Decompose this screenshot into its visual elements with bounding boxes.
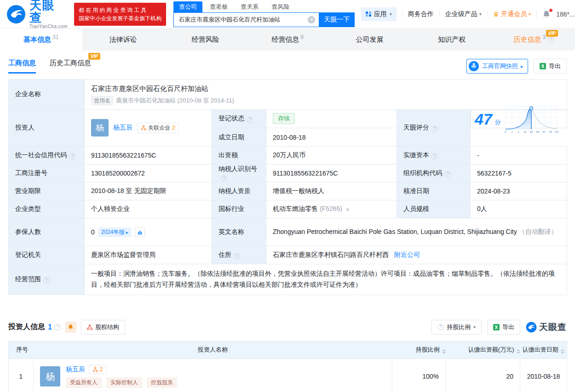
avatar[interactable]: 杨 xyxy=(40,366,60,386)
tab-basic-info[interactable]: 基本信息31 xyxy=(0,28,82,51)
tyc-score-cell[interactable]: 47 分 0131550859799100 xyxy=(471,110,567,128)
industry-cell[interactable]: 机动车燃油零售 (F5265) ∨ xyxy=(266,200,397,218)
excel-icon xyxy=(493,324,500,330)
tax-id: 91130185563221675C xyxy=(266,165,397,182)
help-icon[interactable]: ? xyxy=(221,175,227,182)
chevron-down-icon: ▾ xyxy=(390,11,392,17)
business-scope: 一般项目：润滑油销售；洗车服务。（除依法须经批准的项目外，凭营业执照依法自主开展… xyxy=(85,264,567,295)
trend-chart-button[interactable] xyxy=(135,227,145,237)
notification-bell-icon[interactable] xyxy=(542,10,551,18)
vip-badge: VIP xyxy=(546,30,558,37)
investors-table: 序号 投资人名称 持股比例 认缴出资额(万元) 认缴出资日期 1 杨 杨五辰 xyxy=(8,341,567,392)
tab-intellectual-property[interactable]: 知识产权 xyxy=(411,28,493,51)
tab-history-info[interactable]: VIP 历史信息3 ? xyxy=(493,28,575,51)
subscribed-date: 2010-08-18 xyxy=(520,358,567,392)
help-icon[interactable]: ? xyxy=(247,117,253,123)
investors-count: 1 xyxy=(48,323,52,331)
tag-actual-controller[interactable]: 实际控制人 xyxy=(106,377,142,388)
field-label-taxpayer: 纳税人资质 xyxy=(212,182,266,200)
arrow-right-icon: ▸ xyxy=(521,64,523,69)
help-icon[interactable]: ? xyxy=(431,153,438,159)
org-code: 56322167-5 xyxy=(471,165,567,182)
main-nav-tabs: 基本信息31 法律诉讼 经营风险 经营信息9 公司发展 知识产权 VIP 历史信… xyxy=(0,28,575,51)
reg-status-cell: 存续 xyxy=(266,109,397,128)
svg-text:97: 97 xyxy=(542,131,546,133)
slogan-line1: 都在用的商业查询工具 xyxy=(79,6,161,14)
col-header-no: 序号 xyxy=(9,341,34,358)
field-label-approve-date: 核准日期 xyxy=(397,182,471,200)
chevron-down-icon: ▾ xyxy=(473,324,476,330)
divider xyxy=(536,11,537,17)
tab-legal-litigation[interactable]: 法律诉讼 xyxy=(82,28,165,51)
investor-name-link[interactable]: 杨五辰 xyxy=(113,124,132,132)
monitor-bell-icon[interactable] xyxy=(65,322,76,333)
tab-company-development[interactable]: 公司发展 xyxy=(328,28,411,51)
related-companies-badge[interactable]: 关联企业2 xyxy=(137,123,179,133)
tab-history-business-info[interactable]: VIP 历史工商信息 xyxy=(50,59,91,74)
header-nav: 应用 ▾ 商务合作 企业级产品 ▾ ♛ 开通会员 ▾ 186*... ▾ xyxy=(361,7,575,21)
header-search: 查公司 查老板 查关系 查风险 ✕ 天眼一下 xyxy=(173,1,355,27)
tab-business-info[interactable]: 工商信息 xyxy=(8,59,36,74)
search-input[interactable] xyxy=(173,12,319,27)
former-name: 鹿泉市中园石化加油站 (2010-08 至 2014-11) xyxy=(116,96,234,105)
insured-cell: 0 2024年报 ▸ xyxy=(85,218,212,246)
shareholding-ratio-dropdown[interactable]: ? 持股比例 ▾ xyxy=(431,320,482,335)
help-icon[interactable]: ? xyxy=(234,253,240,259)
help-icon[interactable]: ? xyxy=(444,171,451,177)
tag-beneficial-owner[interactable]: 受益所有人 xyxy=(66,377,102,388)
apps-menu[interactable]: 应用 ▾ xyxy=(361,7,397,21)
avatar[interactable]: 杨 xyxy=(91,119,109,136)
investor-name-link[interactable]: 杨五辰 xyxy=(66,365,85,374)
chevron-down-icon: ▾ xyxy=(479,11,482,17)
help-icon[interactable]: ? xyxy=(69,153,75,159)
chevron-down-icon: ∨ xyxy=(346,206,350,212)
status-badge: 存续 xyxy=(273,113,295,124)
help-icon[interactable]: ? xyxy=(43,277,50,284)
nav-cooperation[interactable]: 商务合作 xyxy=(408,10,434,18)
clear-icon[interactable]: ✕ xyxy=(308,16,315,23)
score-value: 47 xyxy=(475,111,492,127)
nav-open-vip[interactable]: ♛ 开通会员 ▾ xyxy=(493,10,531,18)
search-tab-company[interactable]: 查公司 xyxy=(173,1,202,12)
en-name: Zhongyuan Petrochemical Baichi Pole Gas … xyxy=(273,228,517,235)
search-tab-risk[interactable]: 查风险 xyxy=(266,1,295,12)
help-icon[interactable]: ? xyxy=(548,36,554,43)
col-header-amount[interactable]: 认缴出资额(万元) xyxy=(446,341,520,358)
logo-title: 天眼查 xyxy=(29,0,68,24)
search-tab-boss[interactable]: 查老板 xyxy=(204,1,233,12)
nearby-companies-link[interactable]: 附近公司 xyxy=(394,251,420,258)
reg-no: 130185200002672 xyxy=(85,165,212,182)
related-companies-badge[interactable]: 2 xyxy=(89,365,107,374)
help-icon[interactable]: ? xyxy=(431,126,438,132)
export-button[interactable]: 导出 xyxy=(534,59,567,74)
col-header-date[interactable]: 认缴出资日期 xyxy=(520,341,567,358)
excel-icon xyxy=(540,63,546,69)
field-label-staff-size: 人员规模 xyxy=(397,200,471,218)
nav-enterprise-products[interactable]: 企业级产品 ▾ xyxy=(445,10,482,18)
search-button[interactable]: 天眼一下 xyxy=(319,12,355,27)
equity-chart-icon xyxy=(87,324,92,330)
ent-type: 个人独资企业 xyxy=(85,200,212,218)
arrow-right-icon: ▸ xyxy=(126,230,128,235)
business-term: 2010-08-18 至 无固定期限 xyxy=(85,182,212,200)
tianyancha-logo[interactable]: 天眼查 TianYanCha.com xyxy=(6,0,68,29)
official-snapshot-button[interactable]: 工商官网快照 ▸ xyxy=(466,59,528,74)
svg-text:1: 1 xyxy=(511,131,513,133)
help-icon[interactable]: ? xyxy=(54,324,61,330)
subscribed-amount: 20 xyxy=(446,358,520,392)
company-name: 石家庄市鹿泉区中园石化百尺杆加油站 xyxy=(91,84,560,94)
tab-operation-risk[interactable]: 经营风险 xyxy=(164,28,247,51)
equity-structure-button[interactable]: 股权结构 xyxy=(81,320,125,335)
field-label-address: 住所? xyxy=(212,246,266,264)
user-account-menu[interactable]: 186*... ▾ xyxy=(556,11,575,18)
export-investors-button[interactable]: 导出 xyxy=(487,320,520,335)
annual-report-badge[interactable]: 2024年报 ▸ xyxy=(98,227,131,237)
field-label-authority: 登记机关 xyxy=(9,246,85,264)
chevron-down-icon: ▾ xyxy=(529,11,531,17)
tag-controlling-shareholder[interactable]: 控股股东 xyxy=(147,377,177,388)
field-label-tyc-score: 天眼评分? xyxy=(397,109,471,147)
col-header-ratio[interactable]: 持股比例 xyxy=(392,341,446,358)
tab-operation-info[interactable]: 经营信息9 xyxy=(247,28,329,51)
investors-section: 投资人信息 1 ? 股权结构 ? 持股比例 ▾ 导出 xyxy=(8,320,567,392)
search-tab-relation[interactable]: 查关系 xyxy=(235,1,264,12)
